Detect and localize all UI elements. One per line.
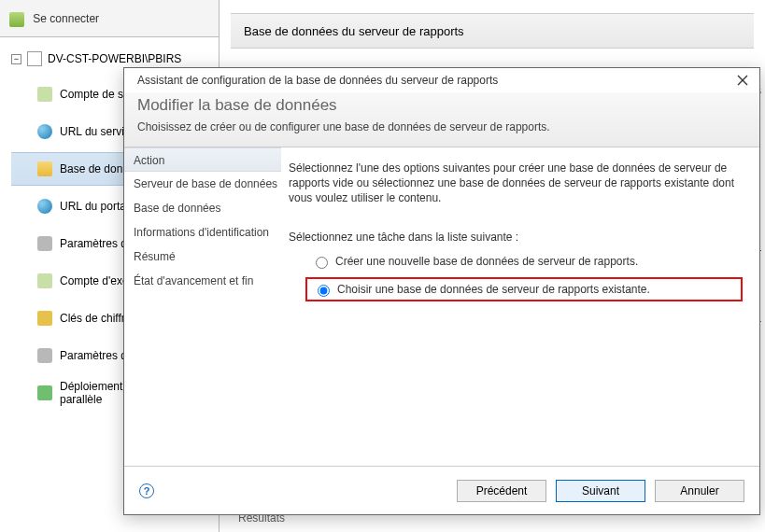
wizard-steps: Action Serveur de base de données Base d…: [124, 147, 281, 476]
dialog-footer: ? Précédent Suivant Annuler: [124, 466, 759, 514]
globe-icon: [37, 124, 52, 139]
globe-icon: [37, 199, 52, 214]
tree-collapse-icon[interactable]: −: [11, 54, 21, 64]
close-button[interactable]: [731, 69, 754, 91]
step-resume[interactable]: Résumé: [124, 245, 281, 269]
execution-account-icon: [37, 273, 52, 288]
close-icon: [737, 75, 748, 86]
help-icon[interactable]: ?: [139, 483, 154, 498]
dialog-titlebar: Assistant de configuration de la base de…: [124, 68, 759, 92]
page-title: Base de données du serveur de rapports: [244, 24, 464, 38]
step-base[interactable]: Base de données: [124, 196, 281, 220]
step-label: Serveur de base de données: [134, 177, 277, 190]
mail-settings-icon: [37, 236, 52, 251]
dialog-title: Assistant de configuration de la base de…: [137, 74, 498, 87]
connect-bar[interactable]: Se connecter: [0, 0, 219, 37]
cancel-button[interactable]: Annuler: [655, 480, 744, 502]
account-icon: [37, 87, 52, 102]
subscription-settings-icon: [37, 348, 52, 363]
radio-choose[interactable]: [318, 285, 330, 297]
step-label: Résumé: [134, 250, 176, 263]
step-etat[interactable]: État d'avancement et fin: [124, 269, 281, 293]
server-icon: [27, 51, 42, 66]
previous-button[interactable]: Précédent: [457, 480, 546, 502]
step-label: Action: [134, 154, 164, 167]
dialog-header: Modifier la base de données Choisissez d…: [124, 92, 759, 147]
key-icon: [37, 311, 52, 326]
server-node[interactable]: − DV-CST-POWERBI\PBIRS: [11, 51, 219, 66]
radio-create[interactable]: [316, 257, 328, 269]
database-icon: [37, 161, 52, 176]
step-label: Informations d'identification: [134, 226, 269, 239]
dialog-body: Action Serveur de base de données Base d…: [124, 147, 759, 476]
step-serveur[interactable]: Serveur de base de données: [124, 172, 281, 196]
wizard-content: Sélectionnez l'une des options suivantes…: [281, 147, 759, 476]
step-action[interactable]: Action: [124, 147, 281, 172]
step-label: Base de données: [134, 202, 220, 215]
option-choose-label: Choisir une base de données de serveur d…: [337, 283, 650, 296]
connect-icon: [9, 12, 24, 27]
step-label: État d'avancement et fin: [134, 274, 253, 287]
connect-label: Se connecter: [33, 12, 99, 25]
intro-text: Sélectionnez l'une des options suivantes…: [289, 161, 743, 206]
task-label: Sélectionnez une tâche dans la liste sui…: [289, 231, 743, 244]
next-button[interactable]: Suivant: [556, 480, 645, 502]
dialog-heading: Modifier la base de données: [137, 96, 746, 115]
option-choose-existing[interactable]: Choisir une base de données de serveur d…: [305, 277, 743, 301]
server-node-label: DV-CST-POWERBI\PBIRS: [48, 52, 181, 65]
option-create-label: Créer une nouvelle base de données de se…: [335, 255, 638, 268]
page-title-bar: Base de données du serveur de rapports: [231, 13, 754, 49]
dialog-subheading: Choisissez de créer ou de configurer une…: [137, 120, 746, 133]
option-create-new[interactable]: Créer une nouvelle base de données de se…: [305, 251, 743, 272]
scaleout-icon: [37, 385, 52, 400]
step-identification[interactable]: Informations d'identification: [124, 220, 281, 245]
wizard-dialog: Assistant de configuration de la base de…: [123, 67, 760, 515]
